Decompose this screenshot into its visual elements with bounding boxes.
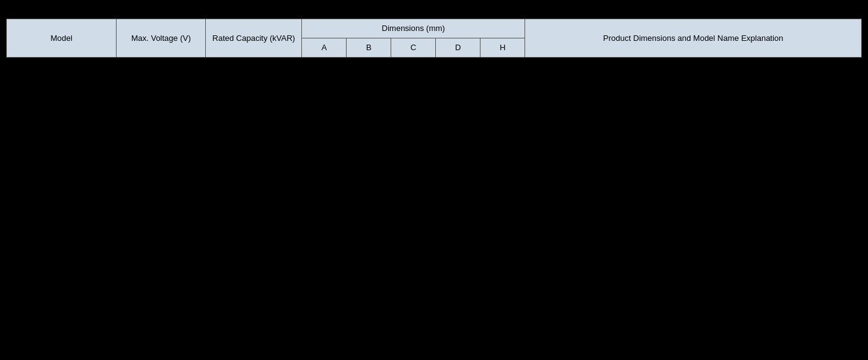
col-header-dim-b: B xyxy=(347,38,391,58)
col-header-model: Model xyxy=(7,19,117,58)
header-row: Model Max. Voltage (V) Rated Capacity (k… xyxy=(7,19,862,38)
page-wrapper: Model Max. Voltage (V) Rated Capacity (k… xyxy=(0,0,868,360)
col-header-dimensions: Dimensions (mm) xyxy=(302,19,525,38)
col-header-capacity: Rated Capacity (kVAR) xyxy=(206,19,302,58)
table-container: Model Max. Voltage (V) Rated Capacity (k… xyxy=(6,19,862,58)
col-header-dim-d: D xyxy=(436,38,480,58)
product-table: Model Max. Voltage (V) Rated Capacity (k… xyxy=(6,19,862,58)
col-header-dim-c: C xyxy=(391,38,436,58)
col-header-explanation: Product Dimensions and Model Name Explan… xyxy=(525,19,862,58)
col-header-dim-h: H xyxy=(480,38,525,58)
col-header-voltage: Max. Voltage (V) xyxy=(117,19,206,58)
col-header-dim-a: A xyxy=(302,38,347,58)
